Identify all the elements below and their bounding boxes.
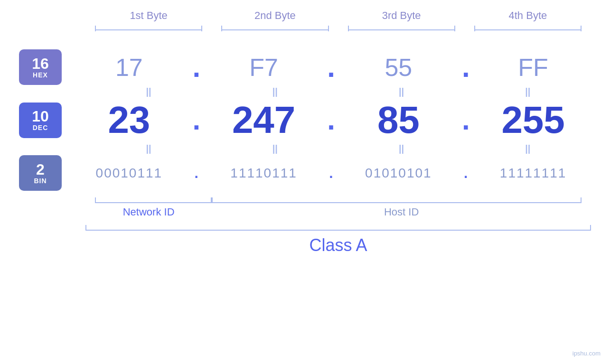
hex-values: 17 . F7 . 55 . FF [71,53,591,82]
hex-b4-value: FF [518,54,548,81]
byte-headers-row: 1st Byte 2nd Byte 3rd Byte 4th Byte [19,9,591,22]
conn3: || [338,87,465,96]
hex-row: 16 HEX 17 . F7 . 55 . FF [19,49,591,85]
bin-byte3: 01010101 [341,166,457,181]
bin-byte1: 00010111 [71,166,187,181]
bin-values: 00010111 . 11110111 . 01010101 . 1111111… [71,166,591,181]
bracket-byte1 [85,26,212,35]
hex-b2-value: F7 [249,54,278,81]
hex-byte3: 55 [341,53,457,82]
dec-b1-value: 23 [108,99,150,141]
bin-base-label: BIN [34,177,47,185]
conn3-symbol: || [399,87,404,96]
dec-byte2: 247 [206,98,322,142]
connector-dec-bin: || || || || [19,144,591,153]
dec-byte4: 255 [475,98,591,142]
class-label-container: Class A [85,231,591,255]
bin-b1-value: 00010111 [96,166,163,180]
bin-b3-value: 01010101 [365,166,432,180]
conn5-symbol: || [146,144,151,153]
byte1-header: 1st Byte [85,9,212,22]
conn8: || [465,144,591,153]
bottom-brackets-container [19,195,591,203]
class-label: Class A [309,235,367,255]
bin-badge: 2 BIN [19,155,62,191]
id-labels-row: Network ID Host ID [19,206,591,218]
dec-values: 23 . 247 . 85 . 255 [71,98,591,142]
bin-b4-value: 11111111 [500,166,567,180]
dec-badge: 10 DEC [19,103,62,138]
dec-b2-value: 247 [232,99,295,141]
top-brackets-row [19,26,591,35]
bin-b2-value: 11110111 [230,166,297,180]
dec-b4-value: 255 [501,99,564,141]
hex-base-num: 16 [32,56,49,71]
hex-byte2: F7 [206,53,322,82]
conn4-symbol: || [525,87,530,96]
dec-b3-value: 85 [377,99,420,141]
dec-dot3: . [456,106,475,134]
conn7: || [338,144,465,153]
connector-hex-dec: || || || || [19,87,591,96]
hex-badge: 16 HEX [19,49,62,85]
bin-byte2: 11110111 [206,166,322,181]
bracket-byte4 [465,26,591,35]
hex-b1-value: 17 [115,54,143,81]
network-id-label: Network ID [85,206,212,218]
host-bracket [212,195,591,203]
conn1: || [85,87,212,96]
bracket-byte2 [212,26,338,35]
watermark: ipshu.com [572,350,601,357]
host-id-text: Host ID [384,206,419,218]
dec-dot2: . [322,106,341,134]
conn2: || [212,87,338,96]
byte2-header: 2nd Byte [212,9,338,22]
hex-base-label: HEX [33,71,48,79]
dec-base-num: 10 [32,109,49,124]
hex-dot3: . [456,53,475,82]
conn1-symbol: || [146,87,151,96]
conn8-symbol: || [525,144,530,153]
bin-dot1: . [187,166,206,180]
dec-row: 10 DEC 23 . 247 . 85 . 255 [19,98,591,142]
hex-byte4: FF [475,53,591,82]
bin-base-num: 2 [36,162,45,177]
class-section: Class A [19,225,591,255]
conn2-symbol: || [272,87,278,96]
dec-byte3: 85 [341,98,457,142]
dec-byte1: 23 [71,98,187,142]
network-id-text: Network ID [123,206,175,218]
hex-byte1: 17 [71,53,187,82]
hex-b3-value: 55 [385,54,412,81]
conn5: || [85,144,212,153]
bin-dot3: . [456,166,475,180]
bin-dot2: . [322,166,341,180]
class-bracket [85,225,591,231]
conn4: || [465,87,591,96]
bin-row: 2 BIN 00010111 . 11110111 . 01010101 . 1… [19,155,591,191]
bracket-byte3 [338,26,465,35]
conn6: || [212,144,338,153]
host-id-label: Host ID [212,206,591,218]
dec-base-label: DEC [33,124,48,131]
conn6-symbol: || [272,144,278,153]
hex-dot2: . [322,53,341,82]
byte3-header: 3rd Byte [338,9,465,22]
hex-dot1: . [187,53,206,82]
byte4-header: 4th Byte [465,9,591,22]
dec-dot1: . [187,106,206,134]
network-bracket [85,195,212,203]
bin-byte4: 11111111 [475,166,591,181]
conn7-symbol: || [399,144,404,153]
main-container: 1st Byte 2nd Byte 3rd Byte 4th Byte 16 H… [0,0,610,364]
